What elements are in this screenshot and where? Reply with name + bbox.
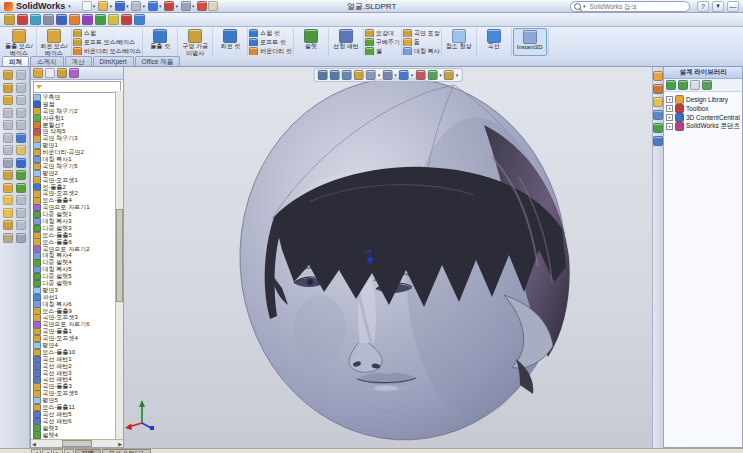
scene-icon-3[interactable] bbox=[16, 195, 26, 205]
surface-knit-icon[interactable] bbox=[3, 183, 13, 193]
scroll-left-icon[interactable]: ◀ bbox=[32, 441, 36, 447]
previous-view-icon[interactable] bbox=[342, 70, 352, 80]
save-icon[interactable] bbox=[115, 1, 125, 11]
dropdown-caret-icon[interactable]: ▾ bbox=[439, 72, 442, 78]
solidworks-resources-icon[interactable] bbox=[653, 71, 663, 81]
save-small-icon[interactable] bbox=[16, 158, 26, 168]
feature-tree-item[interactable]: 필렛3 bbox=[33, 425, 123, 432]
scene-icon-5[interactable] bbox=[16, 220, 26, 230]
expand-icon[interactable]: + bbox=[666, 96, 673, 103]
revolved-cut-button[interactable]: 회전 컷 bbox=[214, 28, 246, 56]
swept-cut-button[interactable]: 스윕 컷 bbox=[249, 29, 292, 37]
surface-sweep-icon[interactable] bbox=[3, 95, 13, 105]
tree-horizontal-scrollbar[interactable]: ◀ ▶ bbox=[31, 439, 123, 447]
scroll-right-icon[interactable]: ▶ bbox=[118, 441, 122, 447]
feature-tree-item[interactable]: 평면1 bbox=[33, 142, 123, 149]
hide-show-items-icon[interactable] bbox=[399, 70, 409, 80]
search-input[interactable] bbox=[590, 2, 670, 10]
open-icon[interactable] bbox=[98, 1, 108, 11]
feature-tree-item[interactable]: 우측면 bbox=[33, 94, 123, 101]
feature-tree-item[interactable]: 다중 필렛4 bbox=[33, 259, 123, 266]
feature-tree-item[interactable]: 평면4 bbox=[33, 342, 123, 349]
linear-pattern-button[interactable]: 선형 패턴 bbox=[330, 28, 362, 56]
scene-icon-6[interactable] bbox=[16, 233, 26, 243]
feature-tree-item[interactable]: 곡면-돌출1 bbox=[33, 328, 123, 335]
tab-scroll-prev-icon[interactable]: ◀ bbox=[42, 449, 52, 453]
lofted-boss-base-button[interactable]: 로프트 보스/베이스 bbox=[73, 38, 141, 46]
shell-button[interactable]: 쉘 bbox=[365, 47, 400, 55]
surface-fill-icon[interactable] bbox=[3, 133, 13, 143]
scroll-thumb[interactable] bbox=[62, 440, 92, 447]
library-tree-item[interactable]: + Toolbox bbox=[666, 104, 740, 113]
surface-trim-icon[interactable] bbox=[3, 195, 13, 205]
lofted-cut-button[interactable]: 로프트 컷 bbox=[249, 38, 292, 46]
dropdown-caret-icon[interactable]: ▾ bbox=[175, 4, 178, 9]
feature-tree-item[interactable]: 곡면 채우기3 bbox=[33, 135, 123, 142]
feature-tree-item[interactable]: 다중 필렛1 bbox=[33, 211, 123, 218]
feature-tree-item[interactable]: 곡선 패턴5 bbox=[33, 411, 123, 418]
boundary-boss-base-button[interactable]: 바운더리 보스/베이스 bbox=[73, 47, 141, 55]
feature-tree-item[interactable]: 곡면-오프셋2 bbox=[33, 190, 123, 197]
view-settings-icon[interactable] bbox=[444, 70, 454, 80]
apply-scene-icon[interactable] bbox=[427, 70, 437, 80]
search-scope-caret-icon[interactable]: ▾ bbox=[583, 4, 586, 9]
custom-properties-icon[interactable] bbox=[653, 136, 663, 146]
sketch-tool-icon-5[interactable] bbox=[16, 120, 26, 130]
feature-tree-item[interactable]: 곡선 패턴2 bbox=[33, 363, 123, 370]
design-library-tab-icon[interactable] bbox=[653, 84, 663, 94]
surface-revolve-icon[interactable] bbox=[3, 83, 13, 93]
custom-toolbar-icon-5[interactable] bbox=[56, 14, 67, 25]
boundary-cut-button[interactable]: 바운더리 컷 bbox=[249, 47, 292, 55]
feature-tree-item[interactable]: 보스-돌출9 bbox=[33, 308, 123, 315]
surface-boundary-icon[interactable] bbox=[3, 120, 13, 130]
feature-tree-item[interactable]: 곡선 패턴1 bbox=[33, 356, 123, 363]
scroll-thumb[interactable] bbox=[116, 209, 123, 301]
feature-tree-item[interactable]: 곡면 채우기2 bbox=[33, 108, 123, 115]
custom-toolbar-icon-9[interactable] bbox=[108, 14, 119, 25]
feature-tree-item[interactable]: 곡면으로 자르기6 bbox=[33, 321, 123, 328]
sketch-tool-icon-3[interactable] bbox=[16, 95, 26, 105]
feature-tree-item[interactable]: 원점 bbox=[33, 101, 123, 108]
sketch-tool-icon-2[interactable] bbox=[16, 83, 26, 93]
feature-tree-item[interactable]: 곡면-오프셋5 bbox=[33, 390, 123, 397]
custom-toolbar-icon-10[interactable] bbox=[121, 14, 132, 25]
feature-tree-item[interactable]: 평면5 bbox=[33, 397, 123, 404]
feature-tree-item[interactable]: 보스-돌출4 bbox=[33, 197, 123, 204]
feature-tree-item[interactable]: 필렛4 bbox=[33, 432, 123, 439]
library-tree-item[interactable]: + Design Library bbox=[666, 95, 740, 104]
propertymanager-tab-icon[interactable] bbox=[45, 68, 55, 78]
minimize-button[interactable]: — bbox=[727, 1, 739, 12]
fillet-button[interactable]: 필렛 bbox=[295, 28, 327, 56]
surface-offset-icon[interactable] bbox=[3, 158, 13, 168]
dropdown-caret-icon[interactable]: ▾ bbox=[394, 72, 397, 78]
scene-icon-2[interactable] bbox=[16, 183, 26, 193]
note-icon[interactable] bbox=[16, 145, 26, 155]
feature-tree-item[interactable]: 자유형1 bbox=[33, 115, 123, 122]
dropdown-caret-icon[interactable]: ▾ bbox=[93, 4, 96, 9]
configurationmanager-tab-icon[interactable] bbox=[57, 68, 67, 78]
search-box[interactable]: ▾ bbox=[570, 1, 690, 12]
menu-expand-icon[interactable]: ▾ bbox=[68, 4, 71, 9]
dropdown-caret-icon[interactable]: ▾ bbox=[192, 4, 195, 9]
print-icon[interactable] bbox=[131, 1, 141, 11]
feature-tree-item[interactable]: 곡면-오프셋3 bbox=[33, 315, 123, 322]
expand-button[interactable]: ▾ bbox=[712, 1, 724, 12]
feature-tree-item[interactable]: 곡선 패턴4 bbox=[33, 377, 123, 384]
sketch-tool-icon-1[interactable] bbox=[16, 70, 26, 80]
zoom-area-icon[interactable] bbox=[330, 70, 340, 80]
edit-appearance-icon[interactable] bbox=[415, 70, 425, 80]
feature-tree-item[interactable]: 다중 필렛5 bbox=[33, 273, 123, 280]
feature-tree-item[interactable]: 곡면으로 자르기2 bbox=[33, 246, 123, 253]
new-document-icon[interactable] bbox=[82, 1, 92, 11]
surface-radiate-icon[interactable] bbox=[3, 170, 13, 180]
bottom-tab[interactable]: 모션 스터디1 bbox=[102, 449, 151, 453]
dome-button[interactable]: 돔 bbox=[403, 38, 440, 46]
surface-extrude-icon[interactable] bbox=[3, 70, 13, 80]
mirror-button[interactable]: 대칭 복사 bbox=[403, 47, 440, 55]
mail-icon[interactable] bbox=[208, 1, 218, 11]
feature-tree-item[interactable]: 곡면-오프셋1 bbox=[33, 177, 123, 184]
custom-toolbar-icon-4[interactable] bbox=[43, 14, 54, 25]
feature-tree-item[interactable]: 대칭 복사4 bbox=[33, 252, 123, 259]
tab-scroll-next-icon[interactable]: ▶ bbox=[53, 449, 63, 453]
feature-tree-item[interactable]: 보스-돌출11 bbox=[33, 404, 123, 411]
